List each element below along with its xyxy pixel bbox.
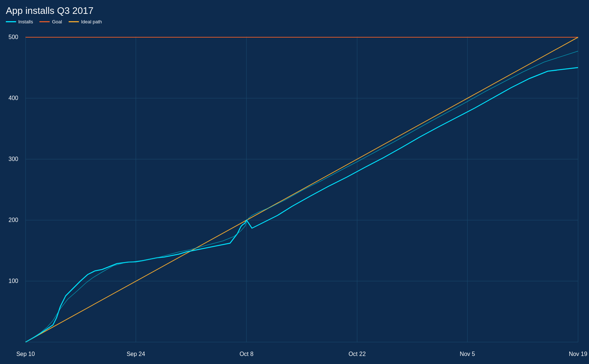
x-label-nov5: Nov 5	[460, 351, 475, 357]
x-label-sep24: Sep 24	[127, 351, 145, 357]
chart-container: App installs Q3 2017 Installs Goal Ideal…	[0, 0, 589, 364]
x-label-nov19: Nov 19	[569, 351, 588, 357]
y-label-400: 400	[8, 95, 18, 101]
installs-line	[26, 68, 578, 342]
y-label-300: 300	[8, 156, 18, 162]
y-label-200: 200	[8, 217, 18, 223]
x-label-sep10: Sep 10	[16, 351, 35, 357]
x-label-oct22: Oct 22	[348, 351, 366, 357]
chart-svg: 100 200 300 400 500 Sep 10 Sep 24 Oct 8 …	[0, 0, 589, 364]
ideal-path-line	[26, 37, 578, 342]
y-label-500: 500	[8, 34, 18, 40]
y-label-100: 100	[8, 278, 18, 284]
installs-line-alt	[26, 51, 578, 342]
x-label-oct8: Oct 8	[240, 351, 253, 357]
